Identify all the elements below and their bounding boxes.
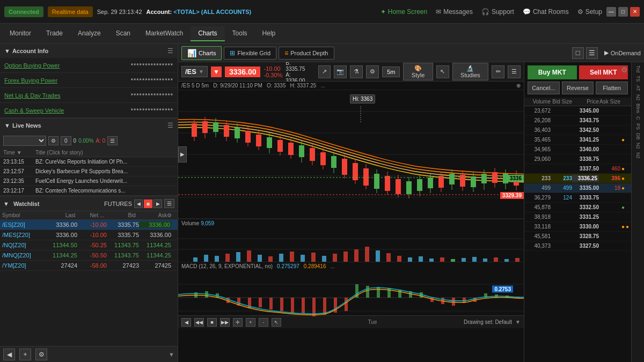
- account-info-header[interactable]: ▼ Account Info ☰: [0, 44, 178, 58]
- ob-row-3327[interactable]: 40,373 3327.50: [524, 241, 631, 251]
- settings-icon[interactable]: ☰: [167, 47, 173, 55]
- wl-row-mnq[interactable]: /MNQ[Z20] 11344.25 -50.50 11343.75 11344…: [0, 250, 178, 261]
- macd-panel[interactable]: MACD (12, 26, 9, EXPONENTIAL, no) 0.2752…: [178, 262, 524, 315]
- sp-ps[interactable]: PS: [634, 122, 642, 131]
- flatten-button[interactable]: Flatten: [596, 82, 628, 94]
- sp-n2-2[interactable]: N2: [634, 142, 642, 150]
- nav-analyze[interactable]: Analyze: [70, 26, 108, 41]
- nav-scan[interactable]: Scan: [108, 26, 138, 41]
- ob-row-3341[interactable]: 35,465 3341.25 ●: [524, 135, 631, 145]
- news-settings-icon[interactable]: ☰: [167, 122, 173, 129]
- nav-help[interactable]: Help: [255, 26, 283, 41]
- ob-row-3328[interactable]: 45,581 3328.75: [524, 232, 631, 241]
- forex-buying-power-label[interactable]: Forex Buying Power: [4, 77, 131, 84]
- nav-tools[interactable]: Tools: [225, 26, 255, 41]
- reverse-button[interactable]: Reverse: [562, 82, 594, 94]
- chart-expand-btn[interactable]: □: [572, 47, 584, 59]
- cancel-button[interactable]: Cancel...: [528, 82, 560, 94]
- sp-c[interactable]: C: [634, 115, 642, 121]
- ob-row-3332[interactable]: 45,878 3332.50 ●: [524, 203, 631, 212]
- news-list-btn[interactable]: ☰: [107, 136, 118, 145]
- ob-row-3338[interactable]: 29,060 3338.75: [524, 154, 631, 164]
- nav-messages[interactable]: ✉ Messages: [436, 8, 473, 16]
- ob-row-3335[interactable]: 499 499 3335.00 18 ●: [524, 183, 631, 193]
- volume-panel[interactable]: Volume 9,059 50,000 25,000: [178, 219, 524, 262]
- nav-setup[interactable]: ⚙ Setup: [577, 8, 602, 16]
- news-row-1[interactable]: 23:13:15 BZ: CureVac Reports Initiation …: [0, 157, 178, 167]
- draw-btn[interactable]: ✏: [492, 65, 504, 78]
- wl-row-mes[interactable]: /MES[Z20] 3336.00 -10.00 3335.75 3336.00: [0, 230, 178, 240]
- ob-row-3342[interactable]: 36,403 3342.50: [524, 125, 631, 135]
- camera-btn[interactable]: 📷: [334, 65, 347, 78]
- chart-panels: 3370 3360 3350 3340 3320: [178, 90, 524, 362]
- flask-btn[interactable]: ⚗: [350, 65, 363, 78]
- close-button[interactable]: ✕: [630, 7, 640, 17]
- charts-tab[interactable]: 📊 Charts: [181, 46, 222, 60]
- price-down-icon[interactable]: ▼: [211, 67, 222, 77]
- cursor-btn[interactable]: ↖: [436, 65, 449, 78]
- ob-row-3343[interactable]: 26,208 3343.75: [524, 116, 631, 125]
- candlestick-panel[interactable]: 3370 3360 3350 3340 3320: [178, 90, 524, 219]
- sp-trd[interactable]: Trd: [634, 64, 642, 73]
- ob-row-3330[interactable]: 33,118 3330.00 ● ●: [524, 222, 631, 232]
- news-col-title[interactable]: Title (Click for story): [35, 150, 174, 156]
- wl-settings-btn[interactable]: ☰: [164, 199, 174, 208]
- wl-next-btn[interactable]: ▶: [153, 200, 162, 208]
- nav-trade[interactable]: Trade: [39, 26, 70, 41]
- sidebar-settings-btn[interactable]: ⚙: [35, 349, 47, 360]
- chart-settings-btn[interactable]: ⚙: [366, 65, 379, 78]
- nav-support[interactable]: 🎧 Support: [481, 8, 514, 16]
- ob-gear-button[interactable]: ⚙: [621, 65, 628, 74]
- wl-row-nq[interactable]: /NQ[Z20] 11344.50 -50.25 11343.75 11344.…: [0, 240, 178, 250]
- sp-n2-1[interactable]: N2: [634, 93, 642, 102]
- sidebar-prev-btn[interactable]: ◀: [3, 349, 15, 360]
- nav-marketwatch[interactable]: MarketWatch: [138, 26, 191, 41]
- sp-ts[interactable]: TS: [634, 75, 642, 83]
- style-btn[interactable]: 🎨 Style: [403, 63, 433, 80]
- chart-list-icon[interactable]: ☰: [508, 65, 521, 78]
- cash-label[interactable]: Cash & Sweep Vehicle: [4, 107, 131, 114]
- buy-mkt-button[interactable]: Buy MKT: [528, 65, 577, 79]
- live-news-header[interactable]: ▼ Live News ☰: [0, 119, 178, 132]
- maximize-button[interactable]: □: [618, 7, 628, 17]
- studies-btn[interactable]: 🔬 Studies: [452, 63, 489, 80]
- product-depth-tab[interactable]: ≡ Product Depth: [279, 47, 334, 60]
- news-row-4[interactable]: 23:12:17 BZ: Comtech Telecommunications …: [0, 186, 178, 196]
- sp-btns[interactable]: Btns: [634, 102, 642, 114]
- sp-db[interactable]: DB: [634, 132, 642, 141]
- col-gear[interactable]: ⚙: [167, 212, 175, 218]
- sidebar-add-btn[interactable]: +: [19, 349, 31, 360]
- news-row-2[interactable]: 23:12:57 Dickey's Barbecue Pit Supports …: [0, 167, 178, 176]
- wl-prev-btn[interactable]: ◀: [134, 200, 143, 208]
- symbol-selector[interactable]: /ES ▼: [181, 66, 208, 77]
- ob-row-3345[interactable]: 23,672 3345.00: [524, 106, 631, 116]
- nav-chat-rooms[interactable]: 💬 Chat Rooms: [523, 8, 569, 16]
- ob-row-3337[interactable]: 3337.50 460 ●: [524, 164, 631, 174]
- chart-list-btn[interactable]: ☰: [586, 47, 598, 59]
- ob-row-3336-current[interactable]: 233 233 3336.25 396 ●: [524, 174, 631, 183]
- nav-home-screen[interactable]: ✦ Home Screen: [380, 8, 427, 16]
- sp-at[interactable]: AT: [634, 84, 642, 92]
- expand-left-btn[interactable]: ▶: [178, 146, 187, 162]
- flexible-grid-tab[interactable]: ⊞ Flexible Grid: [224, 47, 276, 60]
- sp-n2-3[interactable]: N2: [634, 151, 642, 160]
- sidebar-scroll-down[interactable]: ▼: [169, 351, 174, 358]
- minimize-button[interactable]: —: [606, 7, 616, 17]
- wl-row-es[interactable]: /ES[Z20] 3336.00 -10.00 3335.75 3336.00: [0, 220, 178, 230]
- netliq-label[interactable]: Net Liq & Day Trades: [4, 92, 131, 99]
- ob-row-3333[interactable]: 36,279 124 3333.75: [524, 193, 631, 203]
- ob-row-3331[interactable]: 38,918 3331.25: [524, 212, 631, 222]
- option-buying-power-label[interactable]: Option Buying Power: [4, 62, 131, 69]
- ob-row-3340[interactable]: 34,965 3340.00: [524, 145, 631, 154]
- news-filter-btn[interactable]: ⚙: [48, 136, 58, 145]
- share-btn[interactable]: ↗: [318, 65, 331, 78]
- news-row-3[interactable]: 23:12:35 FuelCell Energy Launches Underw…: [0, 176, 178, 186]
- price-change-value: -10.00: [264, 65, 282, 72]
- timeframe-btn[interactable]: 5m: [382, 67, 400, 77]
- news-filter-select[interactable]: [3, 136, 46, 146]
- price-change: -10.00 -0.30%: [264, 65, 282, 78]
- wl-indicator[interactable]: ■: [144, 200, 152, 208]
- wl-row-ym[interactable]: /YM[Z20] 27424 -58.00 27423 27425: [0, 261, 178, 271]
- nav-monitor[interactable]: Monitor: [2, 26, 39, 41]
- nav-charts[interactable]: Charts: [191, 26, 224, 41]
